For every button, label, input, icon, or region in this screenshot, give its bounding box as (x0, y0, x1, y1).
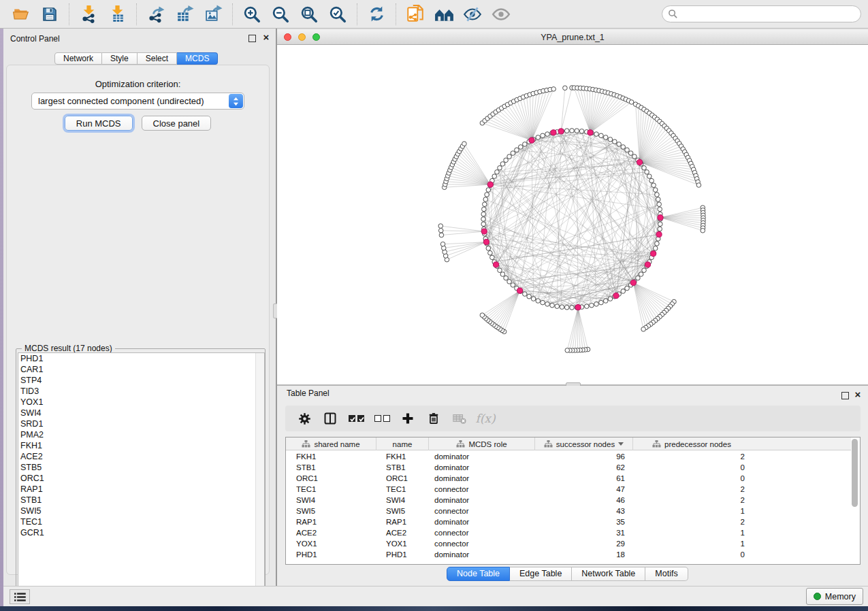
network-node[interactable] (438, 229, 443, 233)
network-node[interactable] (658, 207, 662, 212)
network-node[interactable] (550, 303, 555, 308)
network-node[interactable] (536, 135, 541, 140)
import-table-button[interactable] (105, 2, 129, 27)
add-column-button[interactable] (398, 409, 417, 428)
table-scrollbar[interactable] (851, 439, 858, 563)
network-node[interactable] (507, 154, 512, 159)
import-network-button[interactable] (76, 2, 101, 27)
network-node[interactable] (696, 183, 701, 188)
network-node[interactable] (608, 137, 613, 142)
mcds-result-item[interactable]: SRD1 (18, 418, 264, 429)
zoom-out-button[interactable] (268, 2, 293, 27)
criterion-select[interactable]: largest connected component (undirected) (31, 93, 244, 110)
network-node[interactable] (570, 306, 575, 310)
network-node[interactable] (613, 139, 617, 144)
network-node[interactable] (486, 246, 491, 251)
show-columns-button[interactable] (321, 409, 340, 428)
mcds-result-item[interactable]: SWI5 (18, 506, 264, 516)
network-node[interactable] (625, 286, 630, 291)
network-node[interactable] (523, 142, 528, 147)
mcds-result-item[interactable]: TEC1 (18, 516, 264, 527)
network-node[interactable] (642, 165, 647, 170)
mcds-result-item[interactable]: PHD1 (18, 353, 264, 364)
network-node[interactable] (504, 276, 509, 280)
network-node[interactable] (655, 193, 660, 197)
network-node[interactable] (658, 222, 662, 227)
search-input[interactable] (678, 7, 861, 21)
task-history-button[interactable] (10, 589, 30, 604)
zoom-fit-button[interactable] (297, 2, 321, 27)
network-window-titlebar[interactable]: YPA_prune.txt_1 (277, 30, 868, 45)
network-node[interactable] (531, 297, 536, 301)
save-session-button[interactable] (37, 2, 62, 27)
network-node[interactable] (551, 87, 556, 92)
network-node[interactable] (536, 299, 541, 303)
float-panel-icon[interactable] (248, 35, 256, 42)
network-node[interactable] (639, 272, 643, 277)
network-node[interactable] (701, 229, 705, 233)
show-all-button[interactable] (489, 2, 513, 27)
table-row[interactable]: STB1STB1dominator620 (286, 462, 851, 473)
network-node[interactable] (621, 289, 626, 294)
close-panel-button[interactable]: Close panel (142, 116, 212, 131)
mcds-result-item[interactable]: FKH1 (18, 440, 264, 451)
network-node[interactable] (483, 202, 487, 207)
export-table-button[interactable] (172, 2, 197, 27)
network-node[interactable] (500, 162, 505, 167)
network-node[interactable] (625, 148, 630, 152)
mcds-node[interactable] (529, 137, 534, 143)
new-network-from-selection-button[interactable] (403, 2, 428, 27)
mcds-result-item[interactable]: TID3 (18, 386, 264, 397)
table-mode-gear-button[interactable] (295, 409, 314, 428)
table-row[interactable]: PHD1PHD1dominator180 (286, 549, 851, 560)
mcds-node[interactable] (651, 251, 656, 257)
network-node[interactable] (599, 133, 604, 138)
mcds-node[interactable] (517, 288, 522, 293)
tab-style[interactable]: Style (102, 52, 138, 65)
network-node[interactable] (527, 294, 532, 299)
network-node[interactable] (515, 148, 519, 152)
open-file-button[interactable] (9, 2, 33, 27)
network-node[interactable] (653, 246, 658, 251)
tab-edge-table[interactable]: Edge Table (510, 567, 572, 581)
network-node[interactable] (575, 129, 579, 133)
network-node[interactable] (488, 250, 493, 255)
column-header-mcds-role[interactable]: MCDS role (429, 437, 535, 450)
tab-select[interactable]: Select (138, 52, 177, 65)
network-node[interactable] (628, 151, 633, 156)
mcds-list-scrollbar[interactable] (255, 353, 264, 595)
network-node[interactable] (594, 302, 599, 307)
network-node[interactable] (481, 212, 486, 216)
network-node[interactable] (545, 302, 550, 307)
mcds-result-item[interactable]: YOX1 (18, 397, 264, 408)
network-node[interactable] (498, 165, 502, 170)
mcds-node[interactable] (613, 293, 619, 298)
mcds-node[interactable] (481, 229, 487, 234)
mcds-result-item[interactable]: ORC1 (18, 473, 264, 484)
mcds-result-item[interactable]: GCR1 (18, 527, 264, 538)
mcds-node[interactable] (588, 130, 593, 135)
delete-column-button[interactable] (424, 409, 443, 428)
network-node[interactable] (570, 129, 575, 133)
memory-button[interactable]: Memory (806, 588, 863, 605)
zoom-in-button[interactable] (240, 2, 264, 27)
tab-motifs[interactable]: Motifs (645, 567, 688, 581)
mcds-result-item[interactable]: STB5 (18, 462, 264, 473)
close-panel-icon[interactable]: × (853, 389, 863, 400)
network-node[interactable] (642, 268, 647, 273)
table-row[interactable]: SWI5SWI5connector431 (286, 506, 851, 516)
mcds-node[interactable] (487, 182, 493, 187)
network-node[interactable] (599, 300, 604, 305)
mcds-result-item[interactable]: PMA2 (18, 429, 264, 440)
network-node[interactable] (511, 151, 515, 156)
tab-node-table[interactable]: Node Table (447, 567, 510, 581)
table-row[interactable]: FKH1FKH1dominator962 (286, 451, 851, 462)
mcds-node[interactable] (558, 129, 564, 134)
mcds-result-item[interactable]: STP4 (18, 375, 264, 386)
mcds-result-item[interactable]: CAR1 (18, 364, 264, 375)
network-node[interactable] (523, 292, 528, 297)
mcds-node[interactable] (637, 159, 642, 165)
mcds-node[interactable] (493, 262, 498, 267)
network-node[interactable] (482, 207, 487, 212)
zoom-selected-button[interactable] (325, 2, 350, 27)
